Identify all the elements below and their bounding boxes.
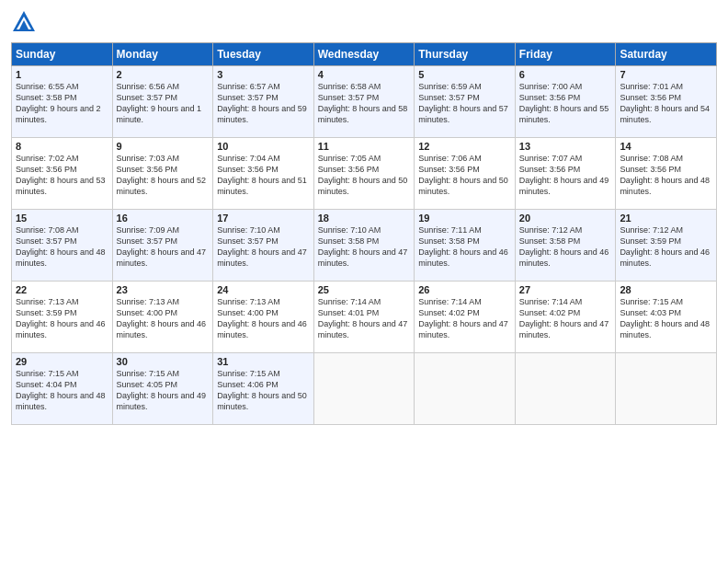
day-number: 14 [620,141,712,152]
day-number: 1 [16,69,108,80]
day-cell: 29 Sunrise: 7:15 AMSunset: 4:04 PMDaylig… [12,353,113,425]
day-cell: 8 Sunrise: 7:02 AMSunset: 3:56 PMDayligh… [12,138,113,210]
col-header-friday: Friday [515,43,616,66]
day-number: 20 [519,213,612,224]
day-cell: 30 Sunrise: 7:15 AMSunset: 4:05 PMDaylig… [112,353,213,425]
day-info: Sunrise: 7:08 AMSunset: 3:56 PMDaylight:… [620,154,710,196]
header-row: SundayMondayTuesdayWednesdayThursdayFrid… [12,43,717,66]
day-number: 27 [519,284,612,295]
day-info: Sunrise: 7:12 AMSunset: 3:59 PMDaylight:… [620,225,710,268]
week-row-5: 29 Sunrise: 7:15 AMSunset: 4:04 PMDaylig… [12,353,717,425]
day-number: 18 [318,213,411,224]
day-cell: 21 Sunrise: 7:12 AMSunset: 3:59 PMDaylig… [616,210,717,282]
logo-icon [11,9,37,35]
day-info: Sunrise: 7:14 AMSunset: 4:02 PMDaylight:… [418,297,508,339]
day-number: 22 [16,284,108,295]
day-info: Sunrise: 7:02 AMSunset: 3:56 PMDaylight:… [16,154,106,196]
day-number: 25 [318,284,411,295]
day-number: 24 [217,284,310,295]
day-info: Sunrise: 7:07 AMSunset: 3:56 PMDaylight:… [519,154,609,196]
day-number: 6 [519,69,612,80]
day-cell: 28 Sunrise: 7:15 AMSunset: 4:03 PMDaylig… [616,282,717,353]
col-header-saturday: Saturday [616,43,717,66]
day-number: 13 [519,141,612,152]
day-info: Sunrise: 7:00 AMSunset: 3:56 PMDaylight:… [519,82,609,124]
day-info: Sunrise: 7:15 AMSunset: 4:04 PMDaylight:… [16,369,106,411]
logo [11,9,40,35]
day-cell: 6 Sunrise: 7:00 AMSunset: 3:56 PMDayligh… [515,66,616,138]
col-header-tuesday: Tuesday [213,43,314,66]
day-cell: 12 Sunrise: 7:06 AMSunset: 3:56 PMDaylig… [415,138,516,210]
day-info: Sunrise: 7:14 AMSunset: 4:01 PMDaylight:… [318,297,408,339]
day-info: Sunrise: 6:55 AMSunset: 3:58 PMDaylight:… [16,82,101,124]
day-cell: 7 Sunrise: 7:01 AMSunset: 3:56 PMDayligh… [616,66,717,138]
day-cell: 9 Sunrise: 7:03 AMSunset: 3:56 PMDayligh… [112,138,213,210]
day-cell: 13 Sunrise: 7:07 AMSunset: 3:56 PMDaylig… [515,138,616,210]
day-number: 23 [117,284,210,295]
day-cell: 10 Sunrise: 7:04 AMSunset: 3:56 PMDaylig… [213,138,314,210]
day-cell: 1 Sunrise: 6:55 AMSunset: 3:58 PMDayligh… [12,66,113,138]
day-info: Sunrise: 7:03 AMSunset: 3:56 PMDaylight:… [117,154,207,196]
day-number: 2 [117,69,210,80]
day-number: 26 [418,284,511,295]
day-number: 10 [217,141,310,152]
day-cell: 27 Sunrise: 7:14 AMSunset: 4:02 PMDaylig… [515,282,616,353]
day-info: Sunrise: 7:15 AMSunset: 4:05 PMDaylight:… [117,369,207,411]
day-info: Sunrise: 7:14 AMSunset: 4:02 PMDaylight:… [519,297,609,339]
day-info: Sunrise: 7:09 AMSunset: 3:57 PMDaylight:… [117,225,207,268]
day-info: Sunrise: 6:56 AMSunset: 3:57 PMDaylight:… [117,82,202,124]
day-number: 11 [318,141,411,152]
day-cell: 3 Sunrise: 6:57 AMSunset: 3:57 PMDayligh… [213,66,314,138]
day-cell: 11 Sunrise: 7:05 AMSunset: 3:56 PMDaylig… [313,138,415,210]
day-info: Sunrise: 7:11 AMSunset: 3:58 PMDaylight:… [418,225,508,268]
day-info: Sunrise: 7:06 AMSunset: 3:56 PMDaylight:… [418,154,508,196]
day-info: Sunrise: 7:12 AMSunset: 3:58 PMDaylight:… [519,225,609,268]
day-number: 28 [620,284,712,295]
day-info: Sunrise: 7:10 AMSunset: 3:57 PMDaylight:… [217,225,307,268]
day-number: 31 [217,356,310,367]
day-cell: 16 Sunrise: 7:09 AMSunset: 3:57 PMDaylig… [112,210,213,282]
day-info: Sunrise: 7:08 AMSunset: 3:57 PMDaylight:… [16,225,106,268]
day-info: Sunrise: 7:15 AMSunset: 4:03 PMDaylight:… [620,297,710,339]
day-cell [515,353,616,425]
day-cell: 5 Sunrise: 6:59 AMSunset: 3:57 PMDayligh… [415,66,516,138]
day-number: 16 [117,213,210,224]
day-number: 3 [217,69,310,80]
day-number: 19 [418,213,511,224]
day-number: 15 [16,213,108,224]
day-cell: 18 Sunrise: 7:10 AMSunset: 3:58 PMDaylig… [313,210,415,282]
week-row-2: 8 Sunrise: 7:02 AMSunset: 3:56 PMDayligh… [12,138,717,210]
day-cell [415,353,516,425]
day-cell: 23 Sunrise: 7:13 AMSunset: 4:00 PMDaylig… [112,282,213,353]
day-info: Sunrise: 7:04 AMSunset: 3:56 PMDaylight:… [217,154,307,196]
day-cell: 4 Sunrise: 6:58 AMSunset: 3:57 PMDayligh… [313,66,415,138]
day-info: Sunrise: 7:10 AMSunset: 3:58 PMDaylight:… [318,225,408,268]
day-cell: 20 Sunrise: 7:12 AMSunset: 3:58 PMDaylig… [515,210,616,282]
day-info: Sunrise: 7:15 AMSunset: 4:06 PMDaylight:… [217,369,307,411]
calendar-table: SundayMondayTuesdayWednesdayThursdayFrid… [11,42,717,425]
col-header-wednesday: Wednesday [313,43,415,66]
day-cell: 2 Sunrise: 6:56 AMSunset: 3:57 PMDayligh… [112,66,213,138]
calendar-container: SundayMondayTuesdayWednesdayThursdayFrid… [0,0,728,432]
day-number: 5 [418,69,511,80]
day-info: Sunrise: 7:01 AMSunset: 3:56 PMDaylight:… [620,82,710,124]
day-cell: 14 Sunrise: 7:08 AMSunset: 3:56 PMDaylig… [616,138,717,210]
day-number: 21 [620,213,712,224]
week-row-1: 1 Sunrise: 6:55 AMSunset: 3:58 PMDayligh… [12,66,717,138]
day-info: Sunrise: 6:59 AMSunset: 3:57 PMDaylight:… [418,82,508,124]
day-info: Sunrise: 6:57 AMSunset: 3:57 PMDaylight:… [217,82,307,124]
day-cell: 31 Sunrise: 7:15 AMSunset: 4:06 PMDaylig… [213,353,314,425]
day-cell: 26 Sunrise: 7:14 AMSunset: 4:02 PMDaylig… [415,282,516,353]
day-cell: 22 Sunrise: 7:13 AMSunset: 3:59 PMDaylig… [12,282,113,353]
day-number: 29 [16,356,108,367]
day-number: 4 [318,69,411,80]
day-info: Sunrise: 7:13 AMSunset: 4:00 PMDaylight:… [117,297,207,339]
day-cell [313,353,415,425]
week-row-3: 15 Sunrise: 7:08 AMSunset: 3:57 PMDaylig… [12,210,717,282]
col-header-monday: Monday [112,43,213,66]
day-number: 17 [217,213,310,224]
day-number: 12 [418,141,511,152]
day-cell: 19 Sunrise: 7:11 AMSunset: 3:58 PMDaylig… [415,210,516,282]
day-number: 9 [117,141,210,152]
day-number: 30 [117,356,210,367]
